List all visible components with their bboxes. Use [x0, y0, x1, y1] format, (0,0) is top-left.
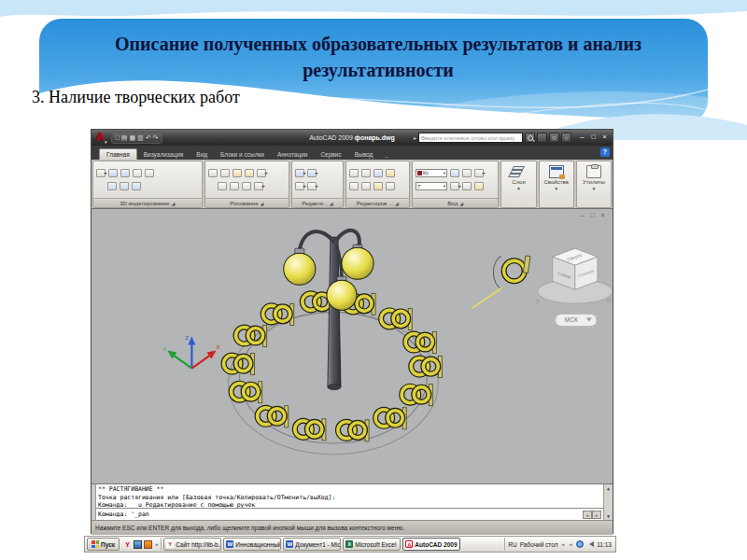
polysolid-tool-icon[interactable] — [108, 169, 118, 177]
media-quicklaunch-icon[interactable] — [144, 540, 152, 549]
polygon-tool-icon[interactable] — [230, 182, 239, 190]
line-tool-icon[interactable] — [208, 169, 218, 177]
gradient-tool-icon[interactable] — [245, 169, 254, 177]
mirror-tool-icon[interactable] — [386, 169, 395, 177]
panel-label[interactable]: Вид◢ — [413, 198, 498, 207]
tab-glavnaya[interactable]: Главная — [99, 148, 137, 160]
union-tool-icon[interactable] — [107, 182, 117, 190]
sweep-tool-icon[interactable] — [133, 169, 142, 177]
intersect-tool-icon[interactable] — [132, 182, 141, 190]
color-swatch-icon — [417, 171, 422, 175]
view-combo[interactable]: Т ▾ — [416, 182, 447, 190]
start-button[interactable]: Пуск — [87, 538, 120, 551]
drawing-canvas[interactable]: – □ × — [92, 208, 613, 483]
document-window-controls: – □ × — [578, 212, 607, 220]
utilities-drop-icon[interactable]: ▼ — [591, 186, 596, 191]
network-icon[interactable] — [576, 540, 584, 548]
orbit-tool-icon[interactable] — [462, 182, 472, 190]
pan-tool-icon[interactable] — [474, 169, 484, 177]
scale-tool-icon[interactable] — [386, 182, 395, 190]
svg-text:Z: Z — [185, 336, 189, 342]
camera-tool-icon[interactable] — [474, 182, 484, 190]
hatch-tool-icon[interactable] — [233, 169, 242, 177]
layers-drop-icon[interactable]: ▼ — [516, 186, 521, 191]
doc-close-icon[interactable]: × — [599, 212, 607, 220]
wcs-button[interactable]: МСК — [556, 314, 597, 326]
tab-vizualizaciya[interactable]: Визуализация — [137, 149, 190, 160]
task-button-site[interactable]: Y Сайт http://lib-b... — [163, 538, 221, 551]
offset-tool-icon[interactable] — [361, 182, 371, 190]
command-history[interactable]: ** РАСТЯГИВАНИЕ ** Точка растягивания ил… — [96, 484, 603, 508]
ribbon-options-icon[interactable]: – — [385, 154, 388, 160]
task-button-autocad[interactable]: A AutoCAD 2009 ... — [402, 538, 460, 551]
viewcube[interactable]: Сверху Слева Спереди З Ю — [536, 248, 613, 304]
boundary-tool-icon[interactable] — [257, 169, 266, 177]
language-indicator[interactable]: RU — [508, 541, 516, 548]
yandex-quicklaunch-icon[interactable]: Y — [123, 540, 132, 549]
quicklaunch-chevron-icon[interactable]: » — [154, 541, 159, 547]
edit-polyline-tool-icon[interactable] — [295, 169, 304, 177]
command-input-line[interactable]: Команда: '_pan ◂ ▸ — [96, 508, 603, 520]
svg-text:МСК: МСК — [565, 316, 578, 323]
resize-grip-icon[interactable]: ⋰ — [605, 527, 611, 534]
panel-properties[interactable]: Свойства ▼ — [539, 161, 574, 208]
scroll-down-icon[interactable]: ▼ — [607, 512, 610, 520]
panel-utilities[interactable]: Утилиты ▼ — [576, 161, 612, 208]
desktop-expand-icon[interactable]: » — [561, 541, 566, 547]
visual-style-icon[interactable] — [450, 169, 459, 177]
circle-tool-icon[interactable] — [254, 182, 263, 190]
scroll-right-icon[interactable]: ▸ — [592, 511, 601, 519]
rotate-tool-icon[interactable] — [361, 169, 371, 177]
clock[interactable]: 11:13 — [597, 541, 613, 548]
arc-tool-icon[interactable] — [220, 169, 230, 177]
task-button-word-1[interactable]: W Инновационный ... — [223, 538, 281, 551]
box-tool-icon[interactable] — [96, 169, 106, 177]
extrude-tool-icon[interactable] — [120, 169, 130, 177]
command-scrollbar[interactable]: ▲ ▼ — [603, 484, 613, 520]
view-manager-icon[interactable] — [462, 169, 472, 177]
doc-restore-icon[interactable]: □ — [588, 212, 597, 220]
panel-drawing: Рисование◢ — [204, 161, 290, 208]
rectangle-tool-icon[interactable] — [242, 182, 251, 190]
panel-label[interactable]: 3D моделирование◢ — [93, 198, 202, 207]
move-tool-icon[interactable] — [349, 169, 359, 177]
autocad-window: A ▾ □ ▤ ▦ ▥ ↶ ↷ AutoCAD 2009 фонарь.dwg … — [91, 129, 613, 534]
color-combo[interactable]: Кс ▾ — [416, 169, 447, 177]
polyline-tool-icon[interactable] — [218, 182, 227, 190]
subtract-tool-icon[interactable] — [120, 182, 129, 190]
quick-launch: Y » — [121, 538, 162, 551]
scroll-left-icon[interactable]: ◂ — [583, 511, 592, 519]
revolve-tool-icon[interactable] — [145, 169, 154, 177]
scroll-up-icon[interactable]: ▲ — [607, 484, 610, 492]
search-icon[interactable] — [525, 133, 535, 143]
zoom-tool-icon[interactable] — [450, 182, 459, 190]
task-button-excel[interactable]: X Microsoft Excel — [343, 538, 401, 551]
fillet-tool-icon[interactable] — [374, 182, 383, 190]
doc-minimize-icon[interactable]: – — [578, 212, 586, 220]
tab-servis[interactable]: Сервис — [314, 149, 347, 160]
tab-annotacii[interactable]: Аннотации — [271, 149, 315, 160]
tab-vid[interactable]: Вид — [190, 149, 214, 160]
panel-layers[interactable]: Слои ▼ — [500, 161, 536, 208]
task-button-word-2[interactable]: W Документ1 - Mic... — [283, 538, 341, 551]
edit-hatch-tool-icon[interactable] — [295, 182, 304, 190]
lamp-model: Z Y X Сверху — [92, 209, 613, 483]
word-icon: W — [286, 540, 293, 548]
tab-bloki[interactable]: Блоки и ссылки — [214, 149, 271, 160]
yandex-icon: Y — [166, 540, 174, 548]
copy-tool-icon[interactable] — [374, 169, 383, 177]
desktop-toolbar-label[interactable]: Рабочий стол — [520, 541, 558, 548]
properties-drop-icon[interactable]: ▼ — [554, 186, 558, 191]
windows-logo-icon — [92, 540, 99, 548]
panel-label[interactable]: Редактиров ...◢ — [346, 198, 409, 207]
volume-icon[interactable] — [586, 541, 594, 547]
edit-spline-tool-icon[interactable] — [307, 169, 317, 177]
help-icon[interactable]: ? — [600, 147, 610, 157]
panel-label[interactable]: Редакти...◢ — [292, 198, 342, 207]
display-quicklaunch-icon[interactable] — [134, 540, 142, 549]
tray-collapse-icon[interactable]: « — [569, 541, 573, 547]
panel-label[interactable]: Рисование◢ — [205, 198, 289, 207]
erase-tool-icon[interactable] — [349, 182, 359, 190]
tab-vyvod[interactable]: Вывод — [348, 149, 380, 160]
edit-array-tool-icon[interactable] — [307, 182, 317, 190]
